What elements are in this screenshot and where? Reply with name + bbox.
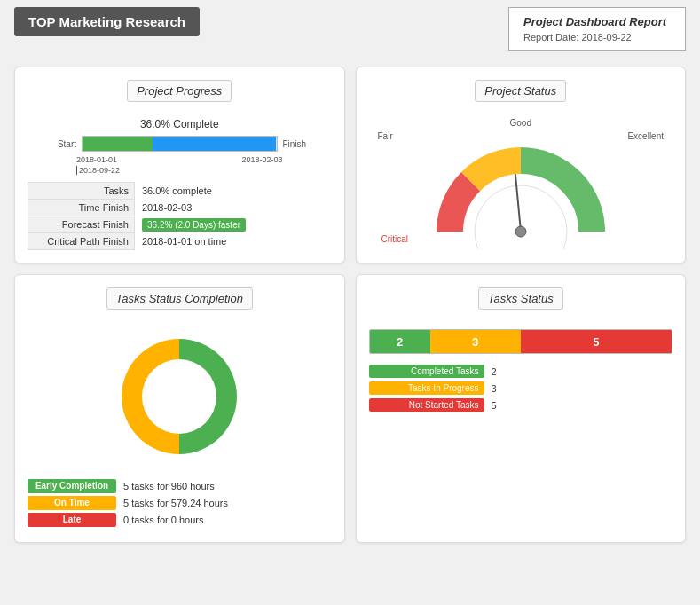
gantt-finish-date: 2018-02-03 — [241, 155, 282, 164]
legend-late-color: Late — [28, 513, 116, 527]
stat-row-timefinish: Time Finish 2018-02-03 — [28, 200, 332, 216]
svg-point-0 — [475, 185, 567, 249]
legend-inprogress-value: 3 — [492, 383, 497, 394]
stat-label-forecastfinish: Forecast Finish — [28, 216, 135, 233]
stat-value-tasks: 36.0% complete — [135, 183, 332, 200]
gantt-today: 2018-09-22 — [76, 166, 120, 175]
stat-value-forecastfinish: 36.2% (2.0 Days) faster — [135, 216, 332, 233]
stat-row-tasks: Tasks 36.0% complete — [28, 183, 332, 200]
legend-ontime-color: On Time — [28, 496, 116, 510]
svg-text:5: 5 — [158, 407, 165, 421]
forecast-highlight: 36.2% (2.0 Days) faster — [142, 218, 246, 232]
progress-pct-label: 36.0% Complete — [28, 118, 332, 130]
report-date: Report Date: 2018-09-22 — [523, 32, 671, 43]
main-grid: Project Progress 36.0% Complete Start Fi… — [0, 58, 700, 557]
report-date-value: 2018-09-22 — [581, 32, 631, 43]
gantt-start-date: 2018-01-01 — [76, 155, 117, 164]
legend-completed: Completed Tasks 2 — [369, 365, 673, 378]
gantt-finish-label: Finish — [283, 139, 332, 149]
legend-inprogress-label: Tasks In Progress — [369, 381, 484, 395]
tasks-stacked-bar: 2 3 5 — [369, 329, 673, 354]
svg-point-1 — [142, 359, 216, 434]
bar-completed: 2 — [370, 330, 430, 353]
gauge-area: Good Fair Excellent — [369, 118, 673, 244]
report-date-label: Report Date: — [523, 32, 578, 43]
stat-value-timefinish: 2018-02-03 — [135, 200, 332, 216]
gauge-svg — [423, 134, 618, 249]
svg-text:5: 5 — [193, 372, 201, 386]
progress-stats-table: Tasks 36.0% complete Time Finish 2018-02… — [28, 182, 332, 250]
report-box: Project Dashboard Report Report Date: 20… — [508, 7, 686, 51]
legend-early: Early Completion 5 tasks for 960 hours — [28, 479, 332, 493]
bar-notstarted: 5 — [521, 330, 672, 353]
stat-value-criticalpath: 2018-01-01 on time — [135, 233, 332, 250]
stat-row-criticalpath: Critical Path Finish 2018-01-01 on time — [28, 233, 332, 250]
stat-row-forecastfinish: Forecast Finish 36.2% (2.0 Days) faster — [28, 216, 332, 233]
gauge-label-good: Good — [369, 118, 673, 128]
pie-chart-area: 5 5 — [28, 326, 332, 470]
pie-svg: 5 5 — [108, 326, 250, 468]
gantt-bar-remaining — [153, 137, 277, 151]
app-title: TOP Marketing Research — [14, 7, 200, 36]
legend-ontime: On Time 5 tasks for 579.24 hours — [28, 496, 332, 510]
gantt-row: Start Finish — [28, 136, 332, 152]
legend-late: Late 0 tasks for 0 hours — [28, 513, 332, 527]
gantt-start-label: Start — [28, 139, 76, 149]
gantt-bar — [82, 136, 278, 152]
project-progress-title: Project Progress — [127, 80, 232, 102]
legend-early-detail: 5 tasks for 960 hours — [123, 481, 215, 491]
gauge-label-excellent: Excellent — [627, 131, 664, 141]
gauge-center-dot — [515, 226, 526, 237]
legend-notstarted-value: 5 — [492, 400, 497, 411]
stat-label-tasks: Tasks — [28, 183, 135, 200]
stat-label-timefinish: Time Finish — [28, 200, 135, 216]
tasks-status-title: Tasks Status — [478, 287, 563, 310]
project-status-card: Project Status Good Fair Excellent — [356, 67, 687, 263]
tasks-status-card: Tasks Status 2 3 5 Completed Tasks 2 Tas… — [356, 274, 687, 543]
legend-late-detail: 0 tasks for 0 hours — [123, 515, 204, 525]
tasks-legend: Completed Tasks 2 Tasks In Progress 3 No… — [369, 365, 673, 412]
bar-inprogress: 3 — [430, 330, 521, 353]
legend-completed-label: Completed Tasks — [369, 365, 484, 378]
legend-notstarted-label: Not Started Tasks — [369, 398, 484, 412]
tasks-completion-title: Tasks Status Completion — [106, 287, 253, 310]
legend-ontime-detail: 5 tasks for 579.24 hours — [123, 498, 228, 508]
report-title: Project Dashboard Report — [523, 15, 671, 28]
legend-notstarted: Not Started Tasks 5 — [369, 398, 673, 412]
legend-completed-value: 2 — [492, 366, 497, 377]
legend-early-color: Early Completion — [28, 479, 116, 493]
header: TOP Marketing Research Project Dashboard… — [0, 0, 700, 58]
pie-legend: Early Completion 5 tasks for 960 hours O… — [28, 479, 332, 527]
stat-label-criticalpath: Critical Path Finish — [28, 233, 135, 250]
project-progress-card: Project Progress 36.0% Complete Start Fi… — [14, 67, 345, 263]
legend-inprogress: Tasks In Progress 3 — [369, 381, 673, 395]
project-status-title: Project Status — [475, 80, 566, 102]
gauge-label-fair: Fair — [378, 131, 393, 141]
tasks-completion-card: Tasks Status Completion 5 — [14, 274, 345, 543]
gantt-bar-complete — [83, 137, 153, 151]
